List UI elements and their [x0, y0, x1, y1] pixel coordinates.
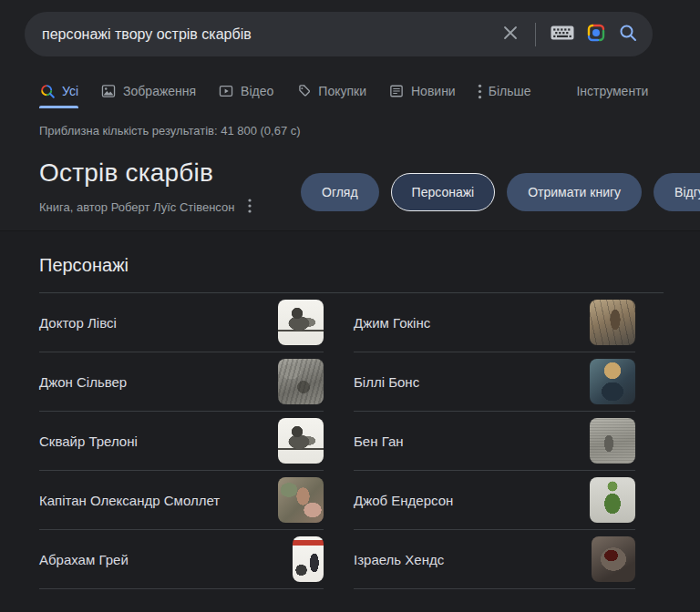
search-colored-icon — [39, 83, 56, 99]
tab-label: Новини — [411, 84, 456, 98]
image-icon — [100, 83, 117, 99]
character-row[interactable]: Доктор Лівсі — [39, 293, 324, 352]
tab-label: Покупки — [318, 84, 366, 98]
news-icon — [388, 83, 405, 99]
characters-column-left: Доктор Лівсі Джон Сільвер Сквайр Трелоні… — [39, 293, 324, 589]
more-dots-icon — [478, 84, 482, 99]
tag-icon — [295, 83, 312, 99]
tab-all[interactable]: Усі — [39, 77, 78, 105]
character-name: Доктор Лівсі — [39, 315, 278, 331]
results-stats: Приблизна кількість результатів: 41 800 … — [39, 124, 301, 138]
tab-label: Зображення — [123, 84, 196, 98]
google-search-page: УсіЗображенняВідеоПокупкиНовиниБільше Ін… — [0, 0, 700, 612]
search-bar[interactable] — [25, 12, 653, 56]
character-row[interactable]: Джим Гокінс — [354, 293, 635, 352]
lens-icon — [586, 23, 606, 46]
character-image-anderson[interactable] — [590, 477, 635, 523]
character-name: Капітан Олександр Смоллет — [39, 493, 278, 508]
character-row[interactable]: Абрахам Грей — [39, 530, 324, 589]
chip-get-book[interactable]: Отримати книгу — [507, 173, 642, 211]
entity-filter-chips: ОглядПерсонажіОтримати книгуВідгуки — [301, 173, 700, 211]
characters-heading: Персонажі — [39, 255, 129, 276]
tab-label: Більше — [489, 84, 531, 98]
character-name: Джоб Ендерсон — [354, 493, 590, 508]
character-name: Джон Сільвер — [39, 374, 278, 390]
character-image-gann[interactable] — [590, 418, 635, 464]
entity-title: Острів скарбів — [39, 158, 213, 188]
character-image-hawkins[interactable] — [590, 300, 635, 345]
chip-reviews[interactable]: Відгуки — [654, 173, 700, 211]
tab-tools[interactable]: Інструменти — [576, 77, 648, 105]
search-input[interactable] — [42, 26, 500, 43]
character-name: Ізраель Хендс — [354, 552, 592, 567]
tab-shopping[interactable]: Покупки — [295, 77, 366, 105]
character-row[interactable]: Ізраель Хендс — [354, 530, 635, 589]
keyboard-icon — [551, 25, 574, 44]
character-image-silver[interactable] — [278, 359, 324, 404]
lens-button[interactable] — [586, 23, 606, 46]
search-submit-button[interactable] — [618, 23, 638, 46]
character-row[interactable]: Джон Сільвер — [39, 352, 324, 412]
chip-characters[interactable]: Персонажі — [391, 173, 496, 211]
entity-subtitle-row: Книга, автор Роберт Луїс Стівенсон — [39, 197, 253, 218]
character-name: Бен Ган — [354, 434, 590, 449]
tab-more[interactable]: Більше — [478, 77, 531, 105]
character-row[interactable]: Бен Ган — [354, 412, 635, 471]
character-image-bons[interactable] — [590, 359, 635, 404]
tab-label: Усі — [62, 84, 78, 98]
character-row[interactable]: Капітан Олександр Смоллет — [39, 471, 324, 530]
character-row[interactable]: Біллі Бонс — [354, 352, 635, 412]
kebab-icon — [248, 199, 252, 216]
entity-more-button[interactable] — [246, 197, 253, 218]
character-row[interactable]: Сквайр Трелоні — [39, 412, 324, 471]
chip-overview[interactable]: Огляд — [301, 173, 379, 211]
character-image-grey[interactable] — [293, 536, 324, 582]
results-tabs: УсіЗображенняВідеоПокупкиНовиниБільше Ін… — [39, 77, 648, 105]
character-name: Біллі Бонс — [354, 374, 590, 390]
tab-news[interactable]: Новини — [388, 77, 456, 105]
character-image-treloni[interactable] — [278, 418, 324, 464]
tab-label: Відео — [241, 84, 273, 98]
tab-images[interactable]: Зображення — [100, 77, 196, 105]
character-name: Сквайр Трелоні — [39, 434, 278, 449]
character-image-smollet[interactable] — [278, 477, 324, 523]
characters-column-right: Джим Гокінс Біллі Бонс Бен Ган Джоб Енде… — [354, 293, 635, 589]
character-image-livsi[interactable] — [278, 300, 324, 345]
clear-button[interactable] — [500, 23, 520, 46]
character-name: Абрахам Грей — [39, 552, 293, 567]
entity-subtitle: Книга, автор Роберт Луїс Стівенсон — [39, 200, 234, 214]
tab-video[interactable]: Відео — [218, 77, 273, 105]
video-icon — [218, 83, 234, 99]
searchbar-divider — [535, 23, 536, 46]
keyboard-button[interactable] — [551, 25, 574, 44]
clear-icon — [500, 23, 520, 46]
character-name: Джим Гокінс — [354, 315, 590, 331]
tab-tools-label: Інструменти — [576, 84, 648, 98]
character-image-hands[interactable] — [592, 536, 635, 582]
search-icon — [618, 23, 638, 46]
character-row[interactable]: Джоб Ендерсон — [354, 471, 635, 530]
search-bar-icons — [500, 23, 638, 46]
